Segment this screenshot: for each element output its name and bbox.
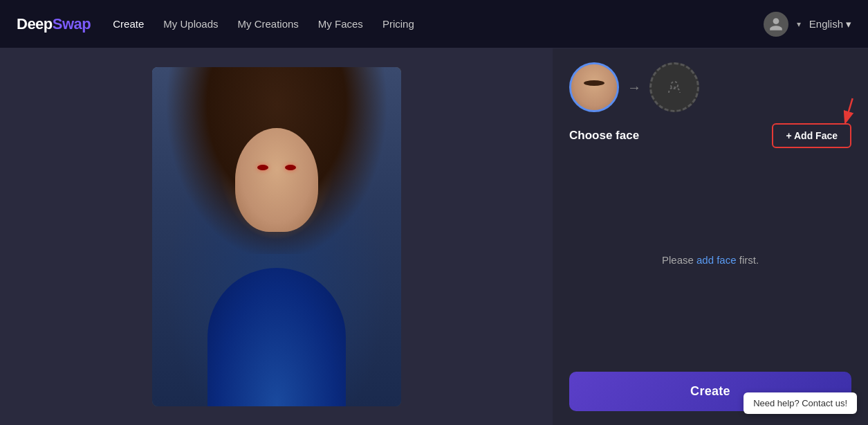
app-logo[interactable]: DeepSwap: [17, 15, 91, 33]
logo-text: DeepSwap: [17, 15, 91, 33]
add-face-link[interactable]: add face: [696, 254, 737, 266]
language-label: English: [809, 18, 843, 30]
add-face-wrapper: + Add Face: [772, 123, 851, 148]
left-panel: [0, 48, 553, 425]
empty-state-prefix: Please: [662, 254, 696, 266]
svg-line-2: [846, 98, 853, 121]
nav-create[interactable]: Create: [113, 18, 144, 30]
main-content: → Choose face: [0, 48, 868, 425]
empty-state-message: Please add face first.: [662, 254, 759, 266]
face-source-avatar: [569, 62, 619, 112]
face-swap-preview: →: [553, 48, 868, 123]
nav-links: Create My Uploads My Creations My Faces …: [113, 18, 741, 30]
empty-state-suffix: first.: [737, 254, 759, 266]
right-panel: → Choose face: [553, 48, 868, 425]
annotation-arrow: [824, 96, 858, 133]
user-avatar-button[interactable]: [764, 12, 788, 37]
empty-state: Please add face first.: [553, 159, 868, 361]
source-image[interactable]: [152, 67, 401, 406]
nav-uploads[interactable]: My Uploads: [163, 18, 218, 30]
nav-faces[interactable]: My Faces: [318, 18, 363, 30]
clothing-layer: [207, 268, 346, 406]
nav-creations[interactable]: My Creations: [238, 18, 299, 30]
nav-right: ▾ English ▾: [764, 12, 851, 37]
choose-face-row: Choose face + Add Face: [553, 123, 868, 159]
choose-face-label: Choose face: [569, 129, 639, 143]
face-layer: [235, 128, 318, 232]
language-chevron: ▾: [846, 18, 851, 30]
red-arrow-icon: [824, 96, 858, 130]
left-eye: [257, 165, 268, 170]
photo-background: [152, 67, 401, 406]
nav-pricing[interactable]: Pricing: [382, 18, 414, 30]
user-icon: [768, 17, 784, 32]
eyes-layer: [257, 165, 296, 170]
face-target-slot[interactable]: [649, 62, 699, 112]
navbar: DeepSwap Create My Uploads My Creations …: [0, 0, 868, 48]
user-menu-chevron[interactable]: ▾: [797, 19, 801, 29]
face-target-icon: [665, 78, 684, 97]
help-tooltip[interactable]: Need help? Contact us!: [744, 392, 857, 414]
face-source-image: [571, 64, 617, 110]
language-selector[interactable]: English ▾: [809, 18, 851, 30]
right-eye: [285, 165, 296, 170]
swap-arrow-icon: →: [627, 80, 641, 96]
